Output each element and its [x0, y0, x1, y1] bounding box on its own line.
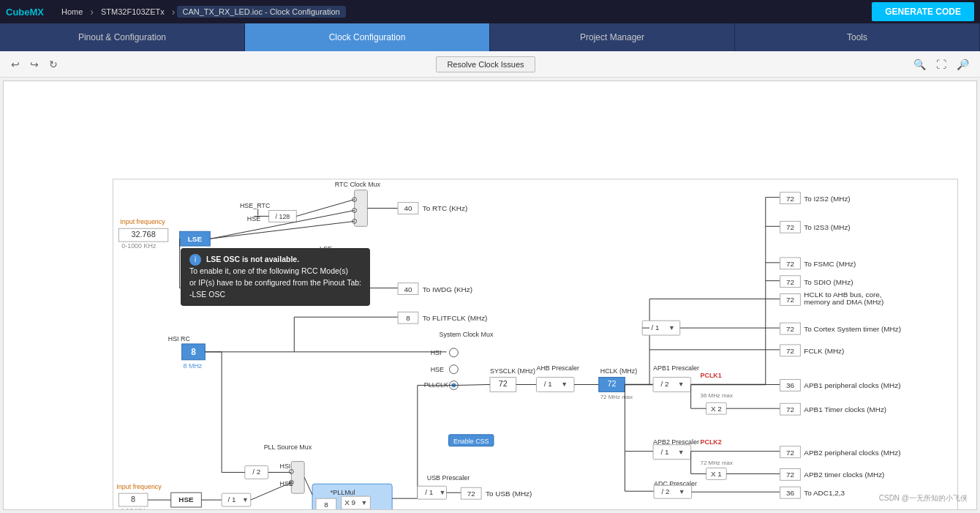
- hse-div1: / 1: [228, 495, 237, 503]
- apb1-value: 36: [786, 381, 795, 389]
- tab-clock[interactable]: Clock Configuration: [245, 23, 490, 51]
- input-freq-top-label: Input frequency: [120, 218, 165, 225]
- pclk1-label: PCLK1: [701, 372, 722, 379]
- svg-text:▼: ▼: [679, 488, 685, 495]
- svg-rect-30: [536, 378, 574, 392]
- svg-text:▼: ▼: [242, 496, 249, 503]
- apb2-div: / 1: [660, 448, 669, 456]
- zoom-in-icon[interactable]: 🔍: [911, 56, 928, 72]
- hsi-rc-value: 8: [191, 347, 196, 357]
- i2s2-unit: To I2S2 (MHz): [804, 195, 850, 203]
- hse-bot-box: HSE: [178, 495, 194, 503]
- tooltip-line-3: -LSE OSC: [189, 289, 361, 301]
- iwdg-unit: To IWDG (KHz): [423, 285, 472, 293]
- svg-line-101: [251, 482, 292, 500]
- svg-line-11: [210, 221, 354, 239]
- toolbar: ↩ ↪ ↻ Resolve Clock Issues 🔍 ⛶ 🔎: [0, 51, 980, 78]
- usb-unit: To USB (MHz): [486, 490, 532, 498]
- div128-label: / 128: [276, 213, 290, 220]
- undo-icon[interactable]: ↩: [9, 56, 22, 72]
- hsi-rc-mhz: 8 MHz: [184, 362, 203, 370]
- clock-diagram: Input frequency 32.768 0-1000 KHz LSE HS…: [3, 80, 977, 510]
- refresh-icon[interactable]: ↻: [47, 56, 60, 72]
- svg-line-9: [296, 200, 354, 217]
- svg-rect-56: [653, 378, 691, 392]
- ahb-prescaler-label: AHB Prescaler: [536, 364, 578, 372]
- sys-clock-mux-label: System Clock Mux: [440, 331, 494, 338]
- adc-value: 36: [786, 489, 795, 497]
- pllmul-select: X 9: [344, 498, 355, 506]
- svg-text:memory and DMA (MHz): memory and DMA (MHz): [804, 298, 883, 306]
- tab-tools[interactable]: Tools: [735, 23, 980, 51]
- apb1-x2: X 2: [711, 405, 722, 413]
- tooltip-line-2: or IP(s) have to be configured from the …: [189, 277, 361, 289]
- apb2-timer-value: 72: [786, 471, 795, 479]
- sys-hsi-label: HSI: [431, 349, 442, 356]
- sdio-top-unit: To SDIO (MHz): [804, 278, 853, 286]
- breadcrumb-home[interactable]: Home: [56, 6, 88, 18]
- hclk-value: 72: [608, 379, 617, 388]
- input-freq-top-range: 0-1000 KHz: [121, 242, 157, 250]
- input-freq-bot-range: 4-16 MHz: [120, 507, 148, 509]
- breadcrumb-file[interactable]: CAN_TX_RX_LED.ioc - Clock Configuration: [177, 6, 346, 18]
- generate-code-button[interactable]: GENERATE CODE: [872, 2, 974, 21]
- cortex-unit: To Cortex System timer (MHz): [804, 325, 901, 333]
- tab-project[interactable]: Project Manager: [490, 23, 735, 51]
- adc-unit: To ADC1,2,3: [804, 489, 845, 497]
- svg-rect-78: [654, 485, 692, 498]
- apb1-timer-unit: APB1 Timer clocks (MHz): [804, 405, 886, 413]
- fit-icon[interactable]: ⛶: [934, 56, 949, 72]
- top-bar: CubeMX Home › STM32F103ZETx › CAN_TX_RX_…: [0, 0, 980, 23]
- rtc-clock-mux-label: RTC Clock Mux: [335, 181, 381, 188]
- sysclk-value: 72: [499, 379, 508, 388]
- breadcrumb-sep-2: ›: [172, 6, 176, 18]
- tooltip-title: LSE OSC is not available.: [206, 255, 299, 263]
- iwdg-value: 40: [404, 285, 412, 293]
- apb1-div: / 2: [660, 380, 669, 388]
- apb2-timer-unit: APB2 timer clocks (MHz): [804, 471, 884, 479]
- cortex-value: 72: [786, 325, 795, 333]
- usb-value: 72: [467, 490, 476, 498]
- breadcrumb-device[interactable]: STM32F103ZETx: [95, 6, 170, 18]
- svg-rect-67: [653, 445, 691, 460]
- lse-tooltip: i LSE OSC is not available. To enable it…: [181, 248, 370, 306]
- flitfclk-value: 8: [406, 314, 410, 322]
- tooltip-line-1: To enable it, one of the following RCC M…: [189, 266, 361, 277]
- apb2-value: 72: [786, 449, 795, 457]
- apb1-unit: APB1 peripheral clocks (MHz): [804, 381, 900, 389]
- fclk-unit: FCLK (MHz): [804, 347, 844, 355]
- zoom-out-icon[interactable]: 🔎: [954, 56, 971, 72]
- pclk1-max: 36 MHz max: [701, 392, 733, 399]
- redo-icon[interactable]: ↪: [28, 56, 41, 72]
- apb1-timer-value: 72: [786, 405, 795, 413]
- resolve-clock-button[interactable]: Resolve Clock Issues: [436, 56, 535, 72]
- svg-line-106: [304, 477, 312, 495]
- svg-rect-92: [291, 462, 304, 494]
- pll-hsi-label: HSI: [279, 463, 290, 470]
- enable-css-btn: Enable CSS: [453, 438, 489, 445]
- fclk-value: 72: [786, 347, 795, 355]
- svg-text:▼: ▼: [678, 449, 685, 456]
- cortex-div: / 1: [652, 323, 660, 332]
- hse-rtc-label: HSE_RTC: [240, 202, 271, 209]
- hclk-ahb-value: 72: [786, 296, 795, 304]
- hclk-label: HCLK (MHz): [600, 367, 638, 375]
- pll-source-mux-label: PLL Source Mux: [264, 443, 312, 451]
- pllmul-value: 8: [324, 501, 328, 509]
- hsi-div2: / 2: [252, 468, 261, 476]
- i2s3-value: 72: [786, 223, 795, 231]
- watermark: CSDN @一无所知的小飞侠: [879, 493, 968, 503]
- svg-text:▼: ▼: [678, 381, 685, 388]
- tab-pinout[interactable]: Pinout & Configuration: [0, 23, 245, 51]
- apb2-x1: X 1: [711, 470, 722, 478]
- app-logo: CubeMX: [6, 7, 44, 18]
- i2s2-value: 72: [786, 195, 795, 203]
- fsmc-unit: To FSMC (MHz): [804, 260, 856, 268]
- apb2-unit: APB2 peripheral clocks (MHz): [804, 449, 900, 457]
- fsmc-value: 72: [786, 260, 795, 268]
- i2s3-unit: To I2S3 (MHz): [804, 223, 850, 231]
- svg-text:▼: ▼: [668, 324, 675, 332]
- svg-text:▼: ▼: [561, 381, 568, 388]
- breadcrumb-sep-1: ›: [90, 6, 94, 18]
- sys-hse-label: HSE: [431, 366, 444, 373]
